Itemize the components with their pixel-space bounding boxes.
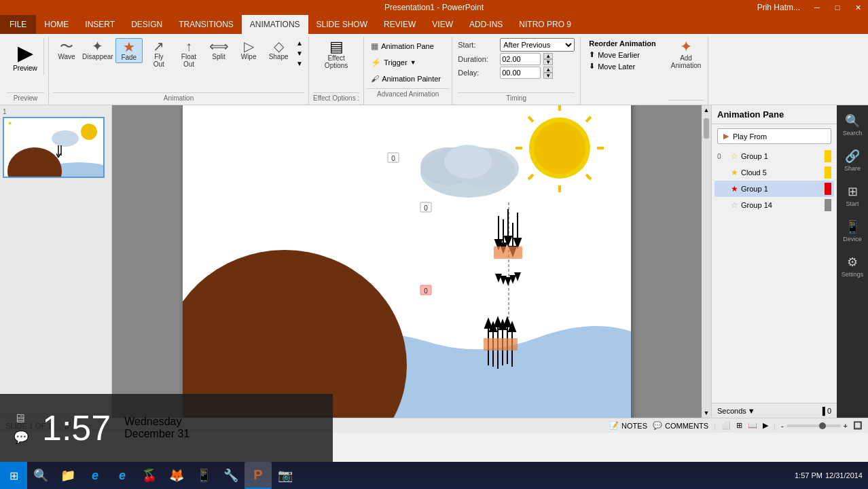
add-animation-button[interactable]: ✦ Add Animation	[668, 38, 704, 71]
svg-text:★: ★	[7, 120, 12, 126]
taskbar-search[interactable]: 🔍	[27, 462, 54, 489]
animation-pane-title: Animation Pane	[717, 109, 784, 120]
taskbar-photo[interactable]: 📷	[272, 462, 299, 489]
anim-scroll-down[interactable]: ▼	[295, 48, 304, 58]
sidebar-share[interactable]: 🔗 Share	[839, 143, 866, 177]
maximize-button[interactable]: □	[827, 0, 848, 15]
sidebar-start[interactable]: ⊞ Start	[839, 179, 866, 213]
anim-star-group14: ☆	[731, 200, 738, 210]
anim-wipe[interactable]: ▷ Wipe	[235, 38, 262, 62]
taskbar-edge1[interactable]: e	[82, 462, 109, 489]
delay-input[interactable]	[500, 67, 541, 79]
effect-options-group-label: Effect Options :	[313, 92, 359, 103]
animation-pane-icon: ▦	[371, 41, 378, 51]
duration-up[interactable]: ▲	[543, 53, 553, 59]
minimize-button[interactable]: ─	[807, 0, 827, 15]
floatout-icon: ↑	[185, 39, 192, 53]
taskbar-tools[interactable]: 🔧	[217, 462, 245, 489]
anim-shape[interactable]: ◇ Shape	[265, 38, 292, 62]
taskbar-ie[interactable]: e	[109, 462, 136, 489]
notes-button[interactable]: 📝 NOTES	[609, 421, 647, 430]
close-button[interactable]: ✕	[848, 0, 868, 15]
tab-nitro[interactable]: NITRO PRO 9	[511, 15, 579, 34]
tab-slideshow[interactable]: SLIDE SHOW	[308, 15, 376, 34]
delay-up[interactable]: ▲	[543, 67, 553, 73]
trigger-button[interactable]: ⚡ Trigger ▼	[367, 54, 449, 71]
tab-file[interactable]: FILE	[0, 15, 36, 34]
comments-button[interactable]: 💬 COMMENTS	[653, 421, 708, 430]
anim-fade[interactable]: ★ Fade	[115, 38, 143, 63]
zoom-slider[interactable]	[786, 424, 841, 427]
view-slide-sorter[interactable]: ⊞	[736, 421, 742, 430]
start-button[interactable]: ⊞	[0, 462, 27, 489]
zoom-out-button[interactable]: -	[781, 422, 784, 430]
anim-item-group1-first[interactable]: 0 ☆ Group 1	[715, 148, 834, 164]
scroll-thumb[interactable]	[704, 118, 709, 139]
animation-painter-button[interactable]: 🖌 Animation Painter	[367, 71, 449, 87]
anim-more[interactable]: ▼	[295, 58, 304, 69]
taskbar-cherry[interactable]: 🍒	[136, 462, 163, 489]
view-slideshow[interactable]: ▶	[763, 421, 768, 430]
preview-button[interactable]: ▶ Preview	[7, 38, 44, 75]
tab-view[interactable]: VIEW	[424, 15, 461, 34]
preview-label: Preview	[13, 65, 37, 72]
seconds-dropdown[interactable]: Seconds ▼	[717, 407, 755, 415]
anim-split[interactable]: ⟺ Split	[205, 38, 232, 62]
sidebar-settings[interactable]: ⚙ Settings	[839, 249, 866, 283]
view-reading[interactable]: 📖	[748, 421, 757, 430]
tab-home[interactable]: HOME	[36, 15, 77, 34]
taskbar-phone[interactable]: 📱	[190, 462, 217, 489]
tab-transitions[interactable]: TRANSITIONS	[170, 15, 242, 34]
duration-input[interactable]	[500, 53, 541, 65]
scroll-down-arrow[interactable]: ▼	[702, 408, 711, 418]
anim-wave[interactable]: 〜 Wave	[53, 38, 80, 62]
play-from-button[interactable]: ▶ Play From	[717, 128, 831, 144]
taskbar-ppt[interactable]: P	[245, 462, 272, 489]
vertical-scrollbar[interactable]: ▲ ▼	[702, 105, 711, 418]
svg-point-5	[52, 130, 79, 147]
fit-slide-button[interactable]: 🔲	[853, 421, 863, 430]
clock-date-full: December 31	[124, 428, 189, 440]
title-text: Presentation1 - PowerPoint	[384, 3, 484, 12]
tab-addins[interactable]: ADD-INS	[461, 15, 511, 34]
taskbar-firefox[interactable]: 🦊	[163, 462, 190, 489]
view-normal[interactable]: ⬜	[721, 421, 731, 430]
move-earlier-button[interactable]: ⬆ Move Earlier	[586, 49, 659, 60]
zoom-control: - +	[781, 422, 848, 430]
tab-design[interactable]: DESIGN	[123, 15, 170, 34]
animation-list: 0 ☆ Group 1 ★ Cloud 5 ★ Group 1	[712, 148, 837, 403]
scroll-track	[703, 115, 710, 408]
fade-icon: ★	[123, 40, 135, 54]
zoom-in-button[interactable]: +	[844, 422, 848, 430]
anim-item-group14[interactable]: ☆ Group 14	[715, 197, 834, 213]
move-later-button[interactable]: ⬇ Move Later	[586, 60, 659, 72]
tab-insert[interactable]: INSERT	[77, 15, 123, 34]
anim-disappear[interactable]: ✦ Disappear	[83, 38, 113, 62]
ribbon-group-advanced: ▦ Animation Pane ⚡ Trigger ▼ 🖌 Animation…	[364, 37, 452, 105]
anim-item-cloud5[interactable]: ★ Cloud 5	[715, 164, 834, 181]
anim-floatout[interactable]: ↑ Float Out	[175, 38, 202, 69]
delay-down[interactable]: ▼	[543, 73, 553, 79]
sidebar-device[interactable]: 📱 Device	[839, 214, 866, 248]
taskbar-date: 12/31/2014	[825, 471, 863, 479]
anim-name-group1-first: Group 1	[741, 152, 822, 160]
animation-pane-button[interactable]: ▦ Animation Pane	[367, 38, 449, 54]
svg-point-4	[81, 124, 97, 140]
sidebar-search[interactable]: 🔍 Search	[839, 108, 866, 142]
anim-color-0	[825, 150, 831, 162]
anim-flyout[interactable]: ↗ Fly Out	[145, 38, 173, 69]
tab-review[interactable]: REVIEW	[376, 15, 424, 34]
anim-item-group1-selected[interactable]: ★ Group 1	[715, 181, 834, 197]
duration-down[interactable]: ▼	[543, 59, 553, 65]
effect-options-button[interactable]: ▤ Effect Options	[319, 38, 353, 71]
clock-icons: 🖥 💬	[14, 412, 29, 445]
start-dropdown[interactable]: After Previous On Click With Previous	[500, 38, 575, 52]
move-earlier-icon: ⬆	[589, 50, 595, 59]
seconds-chevron: ▼	[748, 407, 755, 415]
tab-animations[interactable]: ANIMATIONS	[242, 15, 308, 34]
seconds-value: ▐ 0	[820, 407, 831, 415]
anim-scroll-up[interactable]: ▲	[295, 38, 304, 48]
slide-thumbnail[interactable]: ★	[3, 117, 105, 178]
taskbar-folder[interactable]: 📁	[54, 462, 82, 489]
scroll-up-arrow[interactable]: ▲	[702, 105, 711, 115]
